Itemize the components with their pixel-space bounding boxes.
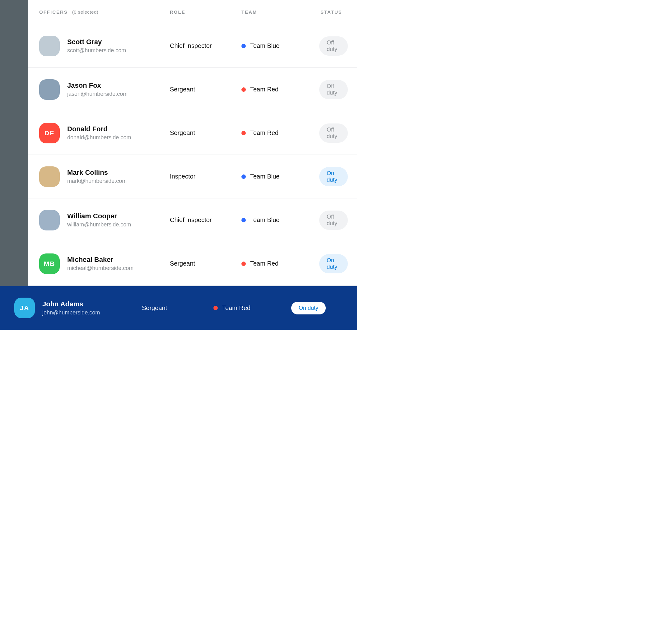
officer-email: scott@humberside.com: [67, 47, 126, 54]
officer-email: micheal@humberside.com: [67, 265, 133, 272]
team-label: Team Red: [250, 86, 278, 93]
current-user-email: john@humberside.com: [42, 309, 100, 316]
status-badge[interactable]: Off duty: [319, 211, 348, 230]
officers-panel: OFFICERS (0 selected) ROLE TEAM STATUS S…: [28, 0, 357, 286]
officer-name: Mark Collins: [67, 169, 127, 177]
team-label: Team Blue: [250, 216, 280, 223]
team-dot-icon: [241, 174, 246, 179]
table-row[interactable]: Scott Gray scott@humberside.com Chief In…: [28, 24, 357, 68]
team-dot-icon: [241, 44, 246, 48]
officer-team: Team Blue: [241, 173, 319, 180]
officer-team: Team Red: [241, 129, 319, 137]
officer-role: Chief Inspector: [170, 42, 241, 49]
team-label: Team Blue: [250, 42, 280, 49]
status-badge[interactable]: On duty: [319, 254, 348, 273]
current-user-team: Team Red: [213, 305, 291, 312]
team-dot-icon: [241, 88, 246, 92]
officer-role: Chief Inspector: [170, 216, 241, 223]
col-status: STATUS: [319, 9, 348, 14]
status-badge[interactable]: Off duty: [319, 36, 348, 56]
officer-role: Sergeant: [170, 86, 241, 93]
officer-email: mark@humberside.com: [67, 178, 127, 184]
status-badge[interactable]: On duty: [319, 167, 348, 186]
officer-name: Donald Ford: [67, 125, 131, 133]
table-row[interactable]: MB Micheal Baker micheal@humberside.com …: [28, 242, 357, 285]
status-badge[interactable]: Off duty: [319, 80, 348, 99]
officer-email: william@humberside.com: [67, 221, 131, 228]
team-label: Team Red: [222, 305, 250, 312]
team-dot-icon: [241, 131, 246, 135]
avatar: [39, 36, 60, 56]
officer-team: Team Red: [241, 260, 319, 267]
current-user-bar: JA John Adams john@humberside.com Sergea…: [0, 286, 357, 330]
status-badge[interactable]: Off duty: [319, 124, 348, 143]
table-row[interactable]: Mark Collins mark@humberside.com Inspect…: [28, 155, 357, 199]
sidebar-strip: [0, 0, 28, 286]
status-badge[interactable]: On duty: [291, 302, 326, 314]
avatar: [39, 79, 60, 100]
avatar: MB: [39, 253, 60, 274]
selected-count: (0 selected): [72, 9, 98, 14]
col-role: ROLE: [170, 9, 241, 14]
officer-role: Sergeant: [170, 129, 241, 137]
team-label: Team Red: [250, 260, 278, 267]
officer-role: Sergeant: [170, 260, 241, 267]
officer-email: donald@humberside.com: [67, 134, 131, 141]
team-label: Team Red: [250, 129, 278, 137]
team-dot-icon: [241, 218, 246, 222]
table-row[interactable]: William Cooper william@humberside.com Ch…: [28, 199, 357, 242]
current-user-role: Sergeant: [142, 305, 213, 312]
officer-name: William Cooper: [67, 212, 131, 220]
officer-team: Team Red: [241, 86, 319, 93]
table-row[interactable]: Jason Fox jason@humberside.com Sergeant …: [28, 68, 357, 111]
avatar: [39, 166, 60, 187]
team-dot-icon: [213, 306, 218, 310]
officer-email: jason@humberside.com: [67, 91, 128, 97]
avatar: JA: [14, 298, 35, 318]
current-user-name: John Adams: [42, 300, 100, 308]
officer-team: Team Blue: [241, 216, 319, 223]
table-row[interactable]: DF Donald Ford donald@humberside.com Ser…: [28, 111, 357, 155]
table-header: OFFICERS (0 selected) ROLE TEAM STATUS: [28, 0, 357, 24]
avatar: [39, 210, 60, 231]
officer-name: Micheal Baker: [67, 256, 133, 264]
officer-name: Scott Gray: [67, 38, 126, 46]
officer-role: Inspector: [170, 173, 241, 180]
team-label: Team Blue: [250, 173, 280, 180]
team-dot-icon: [241, 262, 246, 266]
col-officers: OFFICERS: [39, 9, 68, 14]
officer-team: Team Blue: [241, 42, 319, 49]
col-team: TEAM: [241, 9, 319, 14]
avatar: DF: [39, 123, 60, 143]
officer-name: Jason Fox: [67, 81, 128, 90]
